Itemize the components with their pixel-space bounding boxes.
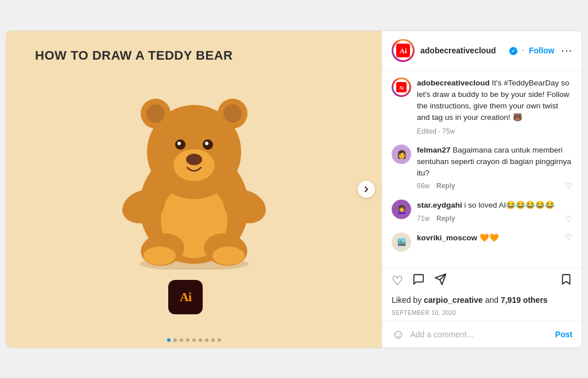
dot-4[interactable] — [186, 338, 189, 342]
caption-avatar: Ai — [392, 77, 411, 97]
ai-logo: Ai — [168, 280, 203, 314]
bear-illustration — [102, 75, 286, 270]
dot-2[interactable] — [173, 338, 177, 342]
follow-button[interactable]: Follow — [529, 46, 554, 55]
svg-point-13 — [223, 104, 242, 123]
header-username: adobecreativecloud — [420, 46, 507, 55]
comment-button[interactable] — [412, 273, 425, 289]
liked-by-label: Liked by — [392, 295, 424, 305]
caption-item: Ai adobecreativecloud It's #TeddyBearDay… — [392, 77, 572, 135]
comment-2-content: star.eydgahi i so loved AI😂😂😂😂😂 71w Repl… — [417, 200, 572, 223]
caption-text: adobecreativecloud It's #TeddyBearDay so… — [417, 79, 569, 122]
comment-input[interactable] — [410, 330, 549, 339]
dot-8[interactable] — [211, 338, 215, 342]
comment-1-meta: 66w Reply ♡ — [417, 181, 572, 190]
and-label: and — [485, 295, 501, 305]
dot-separator: · — [522, 45, 524, 56]
svg-point-17 — [177, 142, 181, 145]
likes-section: Liked by carpio_creative and 7,919 other… — [382, 291, 582, 309]
svg-point-19 — [205, 142, 208, 145]
star-avatar: 👩‍🦱 — [392, 200, 411, 219]
kovriki-avatar: 🏙️ — [392, 232, 411, 252]
felman-avatar: 👩 — [392, 145, 411, 164]
instagram-post-card: HOW TO DRAW A TEDDY BEAR — [6, 30, 582, 348]
dot-1[interactable] — [167, 338, 171, 342]
svg-point-11 — [146, 104, 165, 123]
comment-1-like-icon[interactable]: ♡ — [565, 181, 572, 190]
emoji-button[interactable]: ☺ — [392, 327, 404, 342]
post-image-section: HOW TO DRAW A TEDDY BEAR — [6, 31, 382, 348]
avatar: Ai — [392, 39, 415, 62]
dot-5[interactable] — [192, 338, 196, 342]
comment-2-username[interactable]: star.eydgahi — [417, 201, 462, 209]
bookmark-button[interactable] — [560, 273, 572, 289]
comment-1-time: 66w — [417, 182, 430, 190]
comment-3-username[interactable]: kovriki_moscow — [417, 233, 477, 242]
svg-point-8 — [212, 247, 245, 265]
add-comment-bar: ☺ Post — [382, 321, 582, 348]
comment-3-text: kovriki_moscow 🧡🧡 — [417, 233, 499, 242]
comment-3-content: kovriki_moscow 🧡🧡 — [417, 232, 559, 252]
action-bar: ♡ — [382, 268, 582, 291]
dot-6[interactable] — [199, 338, 202, 342]
slide-dots — [167, 338, 221, 342]
edited-time: Edited · 75w — [417, 127, 572, 135]
comment-item: 👩 felman27 Bagaimana cara untuk memberi … — [392, 145, 572, 191]
likes-text: Liked by carpio_creative and 7,919 other… — [392, 295, 548, 305]
dot-3[interactable] — [180, 338, 183, 342]
verified-badge — [509, 47, 517, 55]
comment-1-content: felman27 Bagaimana cara untuk memberi se… — [417, 145, 572, 191]
comment-2-text: star.eydgahi i so loved AI😂😂😂😂😂 — [417, 201, 555, 209]
post-info-section: Ai adobecreativecloud · Follow ··· Ai — [382, 31, 582, 348]
others-count: 7,919 others — [501, 295, 548, 305]
comment-1-reply-button[interactable]: Reply — [436, 182, 455, 190]
caption-content: adobecreativecloud It's #TeddyBearDay so… — [417, 77, 572, 135]
post-comment-button[interactable]: Post — [555, 330, 572, 339]
liked-by-user[interactable]: carpio_creative — [424, 295, 483, 305]
dot-7[interactable] — [205, 338, 208, 342]
post-header: Ai adobecreativecloud · Follow ··· — [382, 31, 582, 71]
svg-text:Ai: Ai — [399, 85, 404, 90]
post-title: HOW TO DRAW A TEDDY BEAR — [18, 48, 370, 63]
svg-point-7 — [144, 247, 176, 265]
dot-9[interactable] — [218, 338, 221, 342]
comment-1-username[interactable]: felman27 — [417, 146, 451, 154]
comment-1-text: felman27 Bagaimana cara untuk memberi se… — [417, 146, 571, 178]
comment-2-like-icon[interactable]: ♡ — [565, 214, 572, 223]
comment-2-time: 71w — [417, 215, 430, 223]
comment-item: 👩‍🦱 star.eydgahi i so loved AI😂😂😂😂😂 71w … — [392, 200, 572, 223]
share-button[interactable] — [434, 273, 447, 289]
caption-username[interactable]: adobecreativecloud — [417, 79, 490, 87]
next-slide-button[interactable] — [358, 181, 375, 198]
like-button[interactable]: ♡ — [392, 274, 403, 289]
comments-section: Ai adobecreativecloud It's #TeddyBearDay… — [382, 71, 582, 268]
svg-point-15 — [186, 154, 202, 165]
more-options-button[interactable]: ··· — [554, 44, 572, 57]
comment-3-like-icon[interactable]: ♡ — [565, 232, 572, 252]
comment-2-reply-button[interactable]: Reply — [436, 215, 455, 223]
comment-item: 🏙️ kovriki_moscow 🧡🧡 ♡ — [392, 232, 572, 252]
svg-text:Ai: Ai — [400, 46, 407, 55]
comment-2-meta: 71w Reply ♡ — [417, 214, 572, 223]
action-icons: ♡ — [392, 273, 572, 289]
post-date: SEPTEMBER 10, 2020 — [382, 309, 582, 321]
